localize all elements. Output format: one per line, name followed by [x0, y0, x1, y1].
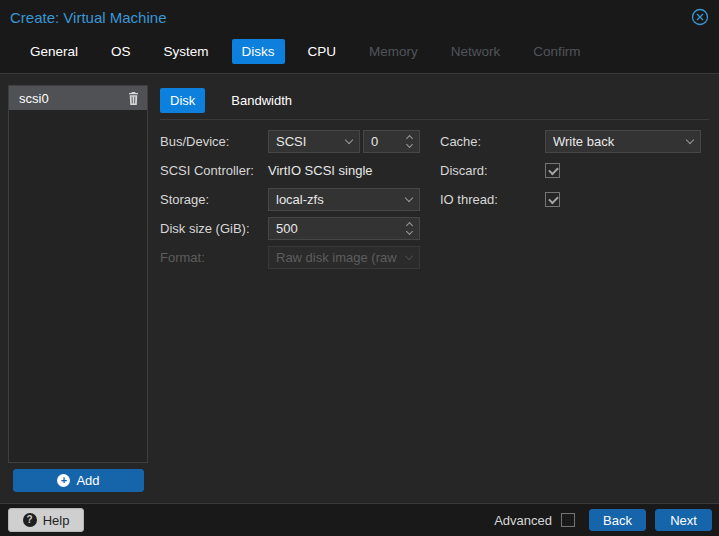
disk-list: scsi0: [8, 85, 148, 463]
back-button[interactable]: Back: [589, 509, 646, 531]
advanced-checkbox[interactable]: [561, 513, 575, 527]
discard-checkbox[interactable]: [545, 163, 560, 178]
io-thread-label: IO thread:: [440, 192, 545, 207]
format-label: Format:: [160, 250, 268, 265]
tab-network: Network: [441, 39, 511, 64]
next-button[interactable]: Next: [655, 509, 712, 531]
format-value: Raw disk image (raw: [276, 250, 406, 265]
footer-actions: Advanced Back Next: [494, 509, 712, 531]
plus-circle-icon: +: [57, 474, 70, 487]
tab-bandwidth[interactable]: Bandwidth: [221, 88, 302, 113]
wizard-tabstrip: General OS System Disks CPU Memory Netwo…: [20, 39, 591, 64]
bus-select[interactable]: SCSI: [268, 130, 360, 153]
help-button-label: Help: [43, 513, 70, 528]
device-number-value: 0: [371, 134, 403, 149]
cache-row: Cache: Write back: [440, 130, 706, 153]
bus-value: SCSI: [276, 134, 346, 149]
chevron-down-icon: [345, 136, 353, 144]
disk-size-value: 500: [276, 221, 403, 236]
storage-label: Storage:: [160, 192, 268, 207]
disk-size-label: Disk size (GiB):: [160, 221, 268, 236]
close-button[interactable]: [690, 7, 710, 27]
add-disk-button[interactable]: + Add: [13, 469, 144, 492]
add-button-label: Add: [76, 473, 99, 488]
tab-cpu[interactable]: CPU: [298, 39, 347, 64]
form-right-column: Cache: Write back Discard: IO thread:: [440, 130, 706, 217]
discard-row: Discard:: [440, 159, 706, 182]
tab-memory: Memory: [359, 39, 428, 64]
trash-icon[interactable]: [128, 92, 139, 105]
chevron-down-icon: [405, 252, 413, 260]
device-number-spinner[interactable]: 0: [363, 130, 420, 153]
bus-device-row: Bus/Device: SCSI 0: [160, 130, 420, 153]
spinner-arrows-icon[interactable]: [407, 136, 412, 147]
cache-label: Cache:: [440, 134, 545, 149]
divider: [160, 119, 709, 120]
help-button[interactable]: ? Help: [8, 508, 84, 532]
discard-label: Discard:: [440, 163, 545, 178]
storage-row: Storage: local-zfs: [160, 188, 420, 211]
close-icon: [691, 8, 709, 26]
format-select-disabled: Raw disk image (raw: [268, 246, 420, 269]
dialog-header: Create: Virtual Machine General OS Syste…: [0, 0, 719, 74]
cache-value: Write back: [553, 134, 687, 149]
bus-device-label: Bus/Device:: [160, 134, 268, 149]
disk-size-spinner[interactable]: 500: [268, 217, 420, 240]
tab-general[interactable]: General: [20, 39, 88, 64]
format-row: Format: Raw disk image (raw: [160, 246, 420, 269]
chevron-down-icon: [686, 136, 694, 144]
tab-confirm: Confirm: [523, 39, 590, 64]
disk-size-row: Disk size (GiB): 500: [160, 217, 420, 240]
scsi-controller-value: VirtIO SCSI single: [268, 163, 373, 178]
advanced-label: Advanced: [494, 513, 552, 528]
form-left-column: Bus/Device: SCSI 0 SCSI Controller: Virt…: [160, 130, 420, 275]
chevron-down-icon: [405, 194, 413, 202]
tab-disks[interactable]: Disks: [232, 39, 285, 64]
dialog-title: Create: Virtual Machine: [10, 9, 166, 26]
io-thread-checkbox[interactable]: [545, 192, 560, 207]
disk-item-label: scsi0: [19, 91, 49, 106]
cache-select[interactable]: Write back: [545, 130, 701, 153]
scsi-controller-row: SCSI Controller: VirtIO SCSI single: [160, 159, 420, 182]
storage-value: local-zfs: [276, 192, 406, 207]
disk-list-item-scsi0[interactable]: scsi0: [9, 86, 147, 110]
tab-system[interactable]: System: [154, 39, 219, 64]
io-thread-row: IO thread:: [440, 188, 706, 211]
disk-inner-tabstrip: Disk Bandwidth: [160, 88, 302, 113]
scsi-controller-label: SCSI Controller:: [160, 163, 268, 178]
question-circle-icon: ?: [23, 513, 37, 527]
storage-select[interactable]: local-zfs: [268, 188, 420, 211]
create-vm-dialog: Create: Virtual Machine General OS Syste…: [0, 0, 719, 536]
dialog-footer: ? Help Advanced Back Next: [0, 503, 719, 536]
tab-disk[interactable]: Disk: [160, 88, 205, 113]
disks-panel: scsi0 + Add Disk Bandwidth: [0, 75, 719, 503]
spinner-arrows-icon[interactable]: [407, 223, 412, 234]
tab-os[interactable]: OS: [101, 39, 141, 64]
